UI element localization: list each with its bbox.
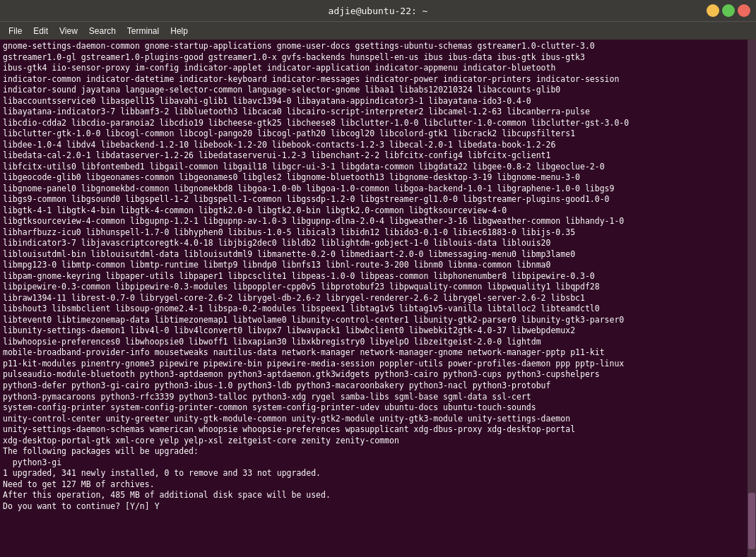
- terminal-line: libfcitx-utils0 libfontembed1 libgail-co…: [3, 162, 753, 173]
- terminal-line: system-config-printer system-config-prin…: [3, 402, 753, 414]
- minimize-button[interactable]: ─: [707, 4, 719, 17]
- terminal-line: libpipewire-0.3-common libpipewire-0.3-m…: [3, 282, 753, 293]
- terminal-line: gnome-settings-daemon-common gnome-start…: [3, 41, 753, 52]
- terminal-window: adjie@ubuntu-22: ~ ─ □ ✕ File Edit View …: [0, 0, 756, 557]
- terminal-line: libgtksourceview-4-common libgupnp-1.2-1…: [3, 216, 753, 227]
- terminal-line: libharfbuzz-icu0 libhunspell-1.7-0 libhy…: [3, 227, 753, 239]
- maximize-button[interactable]: □: [722, 4, 735, 17]
- terminal-line: libclutter-gtk-1.0-0 libcogl-common libc…: [3, 128, 753, 140]
- terminal-line: libtevent0 libtimezonemap-data libtimezo…: [3, 315, 753, 326]
- terminal-line: xdg-desktop-portal-gtk xml-core yelp yel…: [3, 436, 753, 447]
- terminal-line: libunity-settings-daemon1 libv4l-0 libv4…: [3, 325, 753, 337]
- terminal-line: python3-gi: [3, 457, 753, 469]
- terminal-line: libcdio-cdda2 libcdio-paranoia2 libcdio1…: [3, 118, 753, 129]
- window-controls: ─ □ ✕: [707, 4, 750, 17]
- terminal-line: Need to get 127 MB of archives.: [3, 479, 753, 491]
- terminal-line: Do you want to continue? [Y/n] Y: [3, 501, 753, 513]
- terminal-line: gstreamer1.0-gl gstreamer1.0-plugins-goo…: [3, 52, 753, 64]
- terminal-line: ibus-gtk4 iio-sensor-proxy im-config ind…: [3, 63, 753, 74]
- terminal-line: libayatana-indicator3-7 libbamf3-2 libbl…: [3, 107, 753, 118]
- terminal-line: libshout3 libsmbclient libsoup-gnome2.4-…: [3, 304, 753, 315]
- menu-help[interactable]: Help: [165, 25, 194, 37]
- terminal-line: 1 upgraded, 341 newly installed, 0 to re…: [3, 468, 753, 479]
- scrollbar-thumb[interactable]: [748, 493, 755, 549]
- terminal-line: libindicator3-7 libjavascriptcoregtk-4.0…: [3, 238, 753, 249]
- terminal-line: libgnome-panel0 libgnomekbd-common libgn…: [3, 184, 753, 195]
- terminal-content[interactable]: gnome-settings-daemon-common gnome-start…: [0, 40, 756, 557]
- terminal-line: indicator-sound jayatana language-select…: [3, 85, 753, 96]
- menu-view[interactable]: View: [54, 25, 83, 37]
- terminal-line: p11-kit-modules pinentry-gnome3 pipewire…: [3, 359, 753, 370]
- terminal-line: The following packages will be upgraded:: [3, 446, 753, 457]
- menu-file[interactable]: File: [3, 25, 28, 37]
- terminal-line: liblouisutdml-bin liblouisutdml-data lib…: [3, 249, 753, 260]
- terminal-line: libaccountsservice0 libaspell15 libavahi…: [3, 96, 753, 107]
- close-button[interactable]: ✕: [738, 4, 750, 17]
- terminal-line: python3-defer python3-gi-cairo python3-i…: [3, 381, 753, 392]
- terminal-line: libedata-cal-2.0-1 libdataserver-1.2-26 …: [3, 150, 753, 162]
- terminal-output: gnome-settings-daemon-common gnome-start…: [3, 41, 753, 556]
- menu-bar: File Edit View Search Terminal Help: [0, 21, 756, 40]
- menu-terminal[interactable]: Terminal: [122, 25, 165, 37]
- terminal-line: unity-settings-daemon-schemas wamerican …: [3, 424, 753, 436]
- terminal-line: libwhoopsie-preferences0 libwhoopsie0 li…: [3, 337, 753, 348]
- menu-search[interactable]: Search: [83, 25, 122, 37]
- terminal-line: unity-control-center unity-greeter unity…: [3, 414, 753, 425]
- terminal-line: libgeocode-glib0 libgeonames-common libg…: [3, 172, 753, 184]
- terminal-line: pulseaudio-module-bluetooth python3-aptd…: [3, 369, 753, 381]
- terminal-line: libgtk-4-1 libgtk-4-bin libgtk-4-common …: [3, 205, 753, 217]
- terminal-line: indicator-common indicator-datetime indi…: [3, 74, 753, 85]
- terminal-line: libpam-gnome-keyring libpaper-utils libp…: [3, 271, 753, 282]
- terminal-line: libraw1394-11 librest-0.7-0 librygel-cor…: [3, 293, 753, 304]
- menu-edit[interactable]: Edit: [28, 25, 54, 37]
- terminal-line: libgs9-common libgsound0 libgspell-1-2 l…: [3, 194, 753, 205]
- terminal-line: libmpg123-0 libmtp-common libmtp-runtime…: [3, 260, 753, 271]
- scrollbar[interactable]: [748, 40, 756, 557]
- window-title: adjie@ubuntu-22: ~: [329, 6, 428, 16]
- title-bar: adjie@ubuntu-22: ~ ─ □ ✕: [0, 0, 756, 21]
- terminal-line: mobile-broadband-provider-info mousetwea…: [3, 347, 753, 359]
- terminal-line: libdee-1.0-4 libdv4 libebackend-1.2-10 l…: [3, 140, 753, 151]
- terminal-line: After this operation, 485 MB of addition…: [3, 490, 753, 501]
- terminal-line: python3-pymacaroons python3-rfc3339 pyth…: [3, 392, 753, 403]
